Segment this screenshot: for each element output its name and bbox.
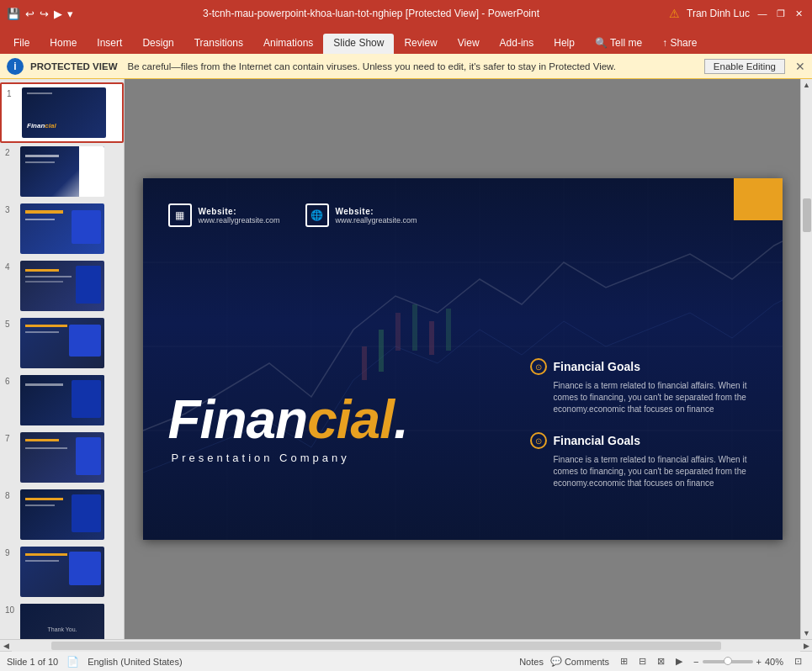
- orange-accent: [734, 178, 783, 220]
- slide-number-4: 4: [5, 261, 17, 272]
- zoom-slider[interactable]: [703, 660, 753, 663]
- scroll-up-button[interactable]: ▲: [801, 79, 813, 91]
- reading-view-icon[interactable]: ⊠: [653, 656, 668, 668]
- save-icon[interactable]: 💾: [7, 8, 20, 20]
- tab-share[interactable]: ↑ Share: [652, 34, 707, 54]
- tab-transitions[interactable]: Transitions: [184, 34, 253, 54]
- goal1-body: Finance is a term related to financial a…: [530, 380, 766, 415]
- zoom-handle[interactable]: [724, 657, 732, 665]
- undo-icon[interactable]: ↩: [25, 8, 34, 20]
- tab-help[interactable]: Help: [544, 34, 585, 54]
- restore-button[interactable]: ❐: [775, 8, 787, 19]
- slide-title-text: Financial.: [168, 393, 408, 446]
- scroll-right-button[interactable]: ▶: [800, 640, 812, 652]
- enable-editing-button[interactable]: Enable Editing: [704, 59, 785, 74]
- scroll-thumb[interactable]: [803, 198, 811, 232]
- website-url-2: www.reallygreatsite.com: [336, 216, 417, 225]
- close-button[interactable]: ✕: [793, 8, 805, 19]
- tab-animations[interactable]: Animations: [253, 34, 323, 54]
- website-url-1: www.reallygreatsite.com: [199, 216, 280, 225]
- scroll-down-button[interactable]: ▼: [801, 627, 813, 639]
- user-name: Tran Dinh Luc: [687, 8, 750, 19]
- dropdown-icon[interactable]: ▾: [67, 8, 73, 20]
- language: English (United States): [88, 657, 183, 667]
- slide-item-1[interactable]: 1 Financial: [0, 82, 124, 143]
- slide-number-10: 10: [5, 604, 17, 615]
- vertical-scrollbar: ▲ ▼: [800, 79, 812, 639]
- website-text-2: Website: www.reallygreatsite.com: [336, 207, 417, 225]
- slide-number-9: 9: [5, 547, 17, 557]
- slide-number-7: 7: [5, 432, 17, 443]
- svg-rect-10: [362, 346, 367, 380]
- slideshow-icon[interactable]: ▶: [671, 656, 687, 668]
- website-label-2: Website:: [336, 207, 417, 216]
- tab-insert[interactable]: Insert: [87, 34, 132, 54]
- normal-view-icon[interactable]: ⊞: [616, 656, 631, 668]
- notes-button[interactable]: Notes: [519, 657, 544, 667]
- financial-goal-1: ⊙ Financial Goals Finance is a term rela…: [530, 358, 766, 415]
- redo-icon[interactable]: ↪: [40, 8, 49, 20]
- slide-item-8[interactable]: 8: [0, 486, 124, 543]
- title-bar: 💾 ↩ ↪ ▶ ▾ 3-tcnh-mau-powerpoint-khoa-lua…: [0, 0, 812, 27]
- zoom-plus-button[interactable]: +: [756, 657, 762, 667]
- slide-thumb-9: [20, 547, 104, 597]
- website-item-2: 🌐 Website: www.reallygreatsite.com: [305, 203, 417, 227]
- comments-button[interactable]: 💬Comments: [550, 656, 609, 667]
- slide-info: Slide 1 of 10: [7, 657, 58, 667]
- fit-slide-icon[interactable]: ⊡: [790, 656, 805, 668]
- svg-rect-14: [429, 321, 434, 355]
- scroll-left-button[interactable]: ◀: [0, 640, 12, 652]
- status-left: Slide 1 of 10 📄 English (United States): [7, 656, 183, 668]
- slide-thumb-4: [20, 261, 104, 311]
- slide-number-5: 5: [5, 318, 17, 329]
- svg-rect-13: [412, 304, 417, 351]
- slide-thumb-7: [20, 432, 104, 483]
- slide-item-4[interactable]: 4: [0, 257, 124, 314]
- slide-item-2[interactable]: 2: [0, 143, 124, 200]
- info-icon: i: [7, 58, 24, 75]
- tab-review[interactable]: Review: [394, 34, 447, 54]
- slide-sorter-icon[interactable]: ⊟: [634, 656, 650, 668]
- zoom-minus-button[interactable]: −: [693, 657, 698, 667]
- tab-home[interactable]: Home: [40, 34, 87, 54]
- slide-item-5[interactable]: 5: [0, 314, 124, 372]
- slide-thumb-3: [20, 203, 104, 254]
- tab-slideshow[interactable]: Slide Show: [323, 34, 394, 54]
- main-area: 1 Financial 2 3 4: [0, 79, 812, 639]
- svg-rect-11: [379, 330, 384, 372]
- slide-item-7[interactable]: 7: [0, 429, 124, 486]
- goal1-title-text: Financial Goals: [554, 360, 640, 373]
- close-bar-icon[interactable]: ✕: [795, 60, 805, 73]
- quick-access-toolbar: 💾 ↩ ↪ ▶ ▾: [7, 8, 73, 20]
- protected-message: Be careful—files from the Internet can c…: [128, 61, 698, 71]
- slide-item-10[interactable]: 10 Thank You.: [0, 600, 124, 639]
- tab-view[interactable]: View: [448, 34, 490, 54]
- goal2-icon: ⊙: [530, 432, 547, 449]
- title-bar-right: ⚠ Tran Dinh Luc — ❐ ✕: [669, 7, 805, 20]
- canvas-area: ▦ Website: www.reallygreatsite.com 🌐 Web…: [125, 79, 800, 639]
- h-scroll-track[interactable]: [12, 640, 800, 652]
- website-label-1: Website:: [199, 207, 280, 216]
- tab-design[interactable]: Design: [132, 34, 183, 54]
- window-title: 3-tcnh-mau-powerpoint-khoa-luan-tot-nghi…: [203, 8, 539, 19]
- slide-item-9[interactable]: 9: [0, 543, 124, 600]
- comments-icon: 💬: [550, 656, 562, 667]
- title-part2: cial: [307, 389, 394, 450]
- h-scroll-thumb[interactable]: [51, 642, 721, 650]
- slide-thumb-2: [20, 146, 104, 197]
- protected-view-bar: i PROTECTED VIEW Be careful—files from t…: [0, 54, 812, 79]
- present-icon[interactable]: ▶: [54, 8, 62, 20]
- slide-number-6: 6: [5, 375, 17, 386]
- minimize-button[interactable]: —: [756, 8, 768, 19]
- goal1-title: ⊙ Financial Goals: [530, 358, 766, 375]
- title-part1: Finan: [168, 389, 308, 450]
- main-slide: ▦ Website: www.reallygreatsite.com 🌐 Web…: [143, 178, 783, 540]
- slide-right-panel: ⊙ Financial Goals Finance is a term rela…: [530, 358, 766, 506]
- slide-item-3[interactable]: 3: [0, 200, 124, 257]
- tab-file[interactable]: File: [3, 34, 40, 54]
- tab-tellme[interactable]: 🔍 Tell me: [585, 34, 652, 54]
- tab-addins[interactable]: Add-ins: [490, 34, 544, 54]
- slide-item-6[interactable]: 6: [0, 372, 124, 429]
- scroll-track[interactable]: [801, 91, 813, 627]
- title-dot: .: [394, 389, 408, 450]
